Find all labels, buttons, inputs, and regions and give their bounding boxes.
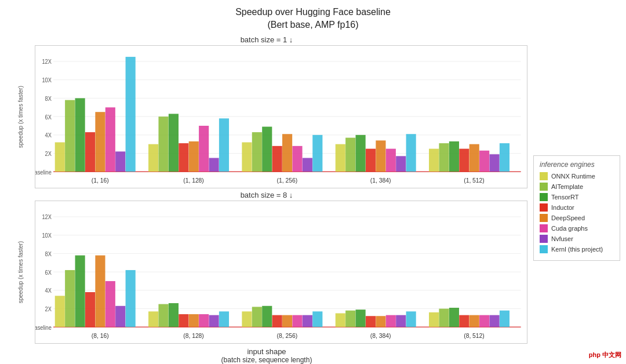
svg-rect-30 [209,158,219,172]
svg-rect-105 [366,316,376,327]
legend-item: Nvfuser [540,235,614,243]
svg-text:(1, 128): (1, 128) [183,177,204,184]
y-axis-label-2: speedup (x times faster) [17,241,24,303]
svg-rect-102 [336,313,345,327]
svg-text:6X: 6X [45,269,52,275]
svg-rect-103 [345,311,355,327]
svg-rect-36 [272,146,282,172]
svg-rect-81 [115,306,125,327]
legend-item: TensorRT [540,193,614,201]
svg-rect-31 [219,118,229,172]
svg-rect-111 [429,312,439,327]
svg-rect-82 [126,270,136,327]
x-axis-main-label: input shape (batch size, sequence length… [6,347,527,364]
legend-item: Inductor [540,203,614,212]
svg-rect-109 [406,311,416,327]
svg-rect-116 [479,315,489,327]
svg-rect-94 [252,307,262,327]
legend-color-swatch [540,214,548,222]
svg-rect-55 [470,144,479,172]
svg-rect-28 [189,141,199,172]
svg-rect-104 [356,310,366,327]
svg-text:(8, 512): (8, 512) [464,332,485,339]
svg-rect-18 [85,132,95,172]
svg-rect-34 [252,132,262,172]
svg-rect-58 [500,143,509,172]
batch8-label: batch size = 8 ↓ [6,191,527,199]
svg-rect-96 [272,315,282,327]
svg-text:10X: 10X [42,77,52,83]
svg-rect-100 [312,311,322,327]
svg-rect-114 [459,315,469,327]
legend-item: ONNX Runtime [540,172,614,180]
svg-rect-88 [189,314,199,327]
watermark: php 中文网 [589,351,621,359]
legend-color-swatch [540,203,548,212]
svg-rect-54 [459,148,469,172]
batch1-label: batch size = 1 ↓ [6,35,527,44]
svg-text:8X: 8X [45,95,52,101]
svg-rect-57 [489,154,499,172]
svg-rect-20 [105,107,115,172]
svg-rect-56 [479,151,489,172]
legend-item-label: TensorRT [551,194,578,201]
svg-rect-113 [449,308,459,327]
legend-item: AITemplate [540,183,614,191]
svg-text:(1, 384): (1, 384) [370,177,391,184]
legend-area: inference engines ONNX RuntimeAITemplate… [527,35,620,364]
svg-rect-79 [95,255,105,327]
svg-rect-48 [396,156,406,172]
legend-color-swatch [540,245,548,253]
charts-and-legend: batch size = 1 ↓ speedup (x times faster… [6,35,620,364]
svg-rect-77 [75,255,85,327]
svg-rect-98 [292,315,302,327]
svg-rect-45 [366,148,376,172]
svg-rect-44 [356,135,366,172]
svg-rect-112 [439,308,449,327]
svg-text:2X: 2X [45,306,52,312]
svg-text:(8, 256): (8, 256) [277,332,298,339]
svg-rect-49 [406,134,416,172]
svg-rect-27 [179,143,188,172]
svg-rect-87 [179,314,188,327]
svg-rect-33 [242,142,252,172]
legend-color-swatch [540,172,548,180]
legend-item-label: AITemplate [551,183,583,190]
svg-rect-97 [282,315,292,327]
batch8-chart: baseline2X4X6X8X10X12X(8, 16)(8, 128)(8,… [35,201,527,343]
svg-rect-43 [345,137,355,172]
legend-color-swatch [540,224,548,232]
svg-rect-35 [262,126,272,172]
svg-rect-46 [376,140,385,172]
svg-rect-86 [169,303,179,327]
svg-rect-42 [336,144,345,172]
svg-rect-19 [95,112,105,172]
svg-rect-53 [449,141,459,172]
svg-text:6X: 6X [45,114,52,120]
svg-rect-37 [282,134,292,172]
svg-rect-16 [65,100,75,172]
svg-rect-38 [292,146,302,172]
legend-title: inference engines [540,161,614,169]
svg-rect-21 [115,151,125,172]
svg-text:(8, 384): (8, 384) [370,332,391,339]
svg-rect-26 [169,114,179,172]
main-container: Speedup over Hugging Face baseline (Bert… [0,0,626,364]
legend-item: Cuda graphs [540,224,614,232]
legend-item-label: Kernl (this project) [551,246,603,253]
svg-text:12X: 12X [42,59,52,65]
svg-text:12X: 12X [42,214,52,220]
legend-item: Kernl (this project) [540,245,614,253]
svg-rect-115 [470,315,479,327]
svg-rect-93 [242,311,252,327]
svg-text:baseline: baseline [35,169,52,175]
svg-rect-85 [158,304,168,327]
svg-rect-47 [386,148,396,172]
svg-rect-24 [148,144,158,172]
svg-rect-89 [199,314,209,327]
y-axis-label-1: speedup (x times faster) [17,86,24,148]
legend-item-label: DeepSpeed [551,214,585,221]
svg-rect-25 [158,117,168,172]
svg-rect-15 [55,142,65,172]
legend-item-label: Cuda graphs [551,225,588,232]
